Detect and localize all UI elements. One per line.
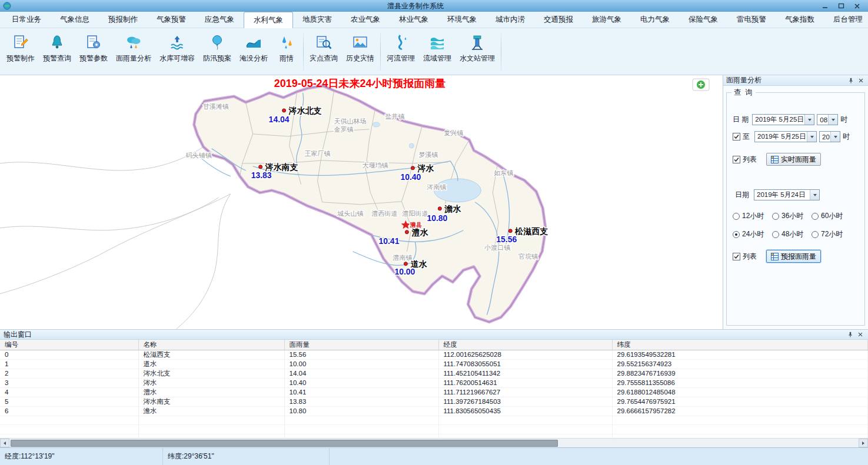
status-latitude: 纬度:29°36'51" — [163, 448, 330, 465]
col-longitude[interactable]: 经度 — [438, 340, 612, 350]
station-value: 15.56 — [496, 235, 517, 244]
table-row[interactable]: 3 涔水 10.40 111.76200514631 29.7555811355… — [0, 378, 868, 387]
to-checkbox[interactable] — [733, 133, 740, 140]
menu-item-environment[interactable]: 环境气象 — [438, 12, 486, 28]
tool-reservoir-capacity[interactable]: 水库可增容 — [155, 29, 199, 63]
end-date-select[interactable]: 2019年 5月25日 — [754, 131, 817, 142]
realtime-rainfall-button[interactable]: 实时面雨量 — [766, 153, 821, 166]
tool-hydro-station-manage[interactable]: 水文站管理 — [455, 29, 499, 63]
menu-item-warning[interactable]: 气象预警 — [147, 12, 195, 28]
scroll-right-button[interactable] — [859, 439, 868, 447]
scrollbar-thumb[interactable] — [11, 440, 558, 447]
menu-item-power[interactable]: 电力气象 — [631, 12, 679, 28]
output-close-button[interactable] — [856, 330, 864, 339]
menu-item-forestry[interactable]: 林业气象 — [390, 12, 438, 28]
radio-12h[interactable]: 12小时 — [733, 211, 772, 221]
menu-item-weather-info[interactable]: 气象信息 — [51, 12, 99, 28]
dropdown-arrow-icon — [810, 190, 819, 200]
tool-label: 水文站管理 — [460, 53, 495, 63]
tool-history-disaster[interactable]: 历史灾情 — [342, 29, 378, 63]
table-row[interactable]: 0 松滋西支 15.56 112.001625625028 29.6193549… — [0, 350, 868, 359]
pin-button[interactable] — [846, 330, 854, 339]
menu-item-urban-flood[interactable]: 城市内涝 — [486, 12, 534, 28]
hour-suffix: 时 — [840, 115, 847, 125]
tool-label: 淹没分析 — [240, 53, 268, 63]
station-value: 10.41 — [378, 236, 399, 246]
check-icon — [733, 156, 740, 163]
table-row[interactable]: 6 澹水 10.80 111.830565050435 29.666615795… — [0, 406, 868, 416]
tool-label: 水库可增容 — [159, 53, 195, 63]
radio-60h[interactable]: 60小时 — [812, 211, 851, 221]
tool-warning-create[interactable]: 预警制作 — [2, 29, 39, 63]
start-hour-select[interactable]: 08 — [817, 114, 838, 125]
table-row[interactable]: 1 道水 10.00 111.747083055051 29.552156374… — [0, 359, 868, 369]
start-date-value: 2019年 5月25日 — [755, 115, 803, 124]
start-date-select[interactable]: 2019年 5月25日 — [752, 114, 814, 125]
menu-item-hydrology[interactable]: 水利气象 — [244, 12, 293, 28]
pin-icon — [847, 332, 853, 337]
maximize-button[interactable] — [833, 1, 849, 11]
tool-basin-manage[interactable]: 流域管理 — [419, 29, 455, 63]
menu-item-traffic[interactable]: 交通预报 — [534, 12, 583, 28]
minimize-button[interactable] — [817, 1, 833, 11]
menu-item-daily[interactable]: 日常业务 — [2, 12, 51, 28]
tool-warning-params[interactable]: 预警参数 — [75, 29, 112, 63]
table-header-row: 编号 名称 面雨量 经度 纬度 — [0, 340, 868, 350]
horizontal-scrollbar[interactable] — [0, 438, 868, 447]
menu-item-admin[interactable]: 后台管理 — [824, 12, 868, 28]
menu-item-tourism[interactable]: 旅游气象 — [583, 12, 631, 28]
table-row[interactable]: 4 澧水 10.41 111.711219667627 29.618801248… — [0, 387, 868, 397]
tool-rain-condition[interactable]: 雨情 — [272, 29, 301, 63]
outside-boundaries — [0, 145, 231, 329]
menu-item-agriculture[interactable]: 农业气象 — [341, 12, 390, 28]
tool-inundation[interactable]: 淹没分析 — [235, 29, 272, 63]
cell-name: 澧水 — [138, 387, 284, 397]
radio-24h[interactable]: 24小时 — [733, 229, 772, 239]
forecast-map[interactable]: 甘溪滩镇 盐井镇 天供山林场 金罗镇 复兴镇 码头铺镇 王家厂镇 梦溪镇 大堰垱… — [0, 75, 723, 329]
menu-item-forecast[interactable]: 预报制作 — [99, 12, 147, 28]
col-rainfall[interactable]: 面雨量 — [284, 340, 438, 350]
list-checkbox[interactable] — [733, 156, 740, 163]
pin-button[interactable] — [847, 76, 855, 85]
forecast-rainfall-button[interactable]: 预报面雨量 — [766, 250, 821, 263]
end-hour-select[interactable]: 20 — [819, 131, 840, 142]
col-name[interactable]: 名称 — [138, 340, 284, 350]
tool-river-manage[interactable]: 河流管理 — [383, 29, 419, 63]
radio-label: 12小时 — [742, 211, 764, 221]
document-edit-icon — [12, 34, 29, 51]
list-checkbox[interactable] — [733, 253, 740, 260]
radio-36h[interactable]: 36小时 — [772, 211, 812, 221]
status-longitude: 经度:112°13'19" — [0, 448, 163, 465]
menu-item-lightning[interactable]: 雷电预警 — [727, 12, 776, 28]
tool-disaster-query[interactable]: 灾点查询 — [305, 29, 342, 63]
tool-area-rainfall[interactable]: 面雨量分析 — [112, 29, 155, 63]
col-id[interactable]: 编号 — [0, 340, 138, 350]
tool-warning-query[interactable]: 预警查询 — [39, 29, 75, 63]
map-zoom-in-button[interactable] — [693, 79, 709, 91]
menu-item-insurance[interactable]: 保险气象 — [679, 12, 727, 28]
radio-icon — [733, 231, 740, 238]
panel-body: 查 询 日 期 2019年 5月25日 08 时 — [723, 86, 868, 329]
menu-item-emergency[interactable]: 应急气象 — [195, 12, 244, 28]
close-button[interactable] — [849, 1, 865, 11]
col-latitude[interactable]: 纬度 — [612, 340, 868, 350]
forecast-date-select[interactable]: 2019年 5月24日 — [754, 189, 820, 200]
toolbar-separator — [501, 33, 501, 71]
map-canvas[interactable]: 甘溪滩镇 盐井镇 天供山林场 金罗镇 复兴镇 码头铺镇 王家厂镇 梦溪镇 大堰垱… — [0, 75, 723, 329]
cloud-rain-icon — [125, 34, 142, 51]
table-row[interactable]: 2 涔水北支 14.04 111.452105411342 29.8823476… — [0, 369, 868, 378]
scrollbar-track[interactable] — [9, 439, 859, 447]
empty-cell — [138, 425, 284, 434]
menu-item-index[interactable]: 气象指数 — [776, 12, 824, 28]
menu-item-geology[interactable]: 地质灾害 — [293, 12, 341, 28]
radio-72h[interactable]: 72小时 — [812, 229, 851, 239]
station-tower-icon — [468, 34, 486, 51]
scroll-left-button[interactable] — [0, 439, 9, 447]
radio-48h[interactable]: 48小时 — [772, 229, 812, 239]
panel-close-button[interactable] — [857, 76, 865, 85]
hour-suffix: 时 — [843, 132, 850, 142]
tool-flood-plan[interactable]: 防汛预案 — [199, 29, 235, 63]
dropdown-arrow-icon — [828, 115, 837, 125]
table-row[interactable]: 5 涔水南支 13.83 111.397267184503 29.7654476… — [0, 397, 868, 406]
cell-name: 涔水南支 — [138, 397, 284, 406]
